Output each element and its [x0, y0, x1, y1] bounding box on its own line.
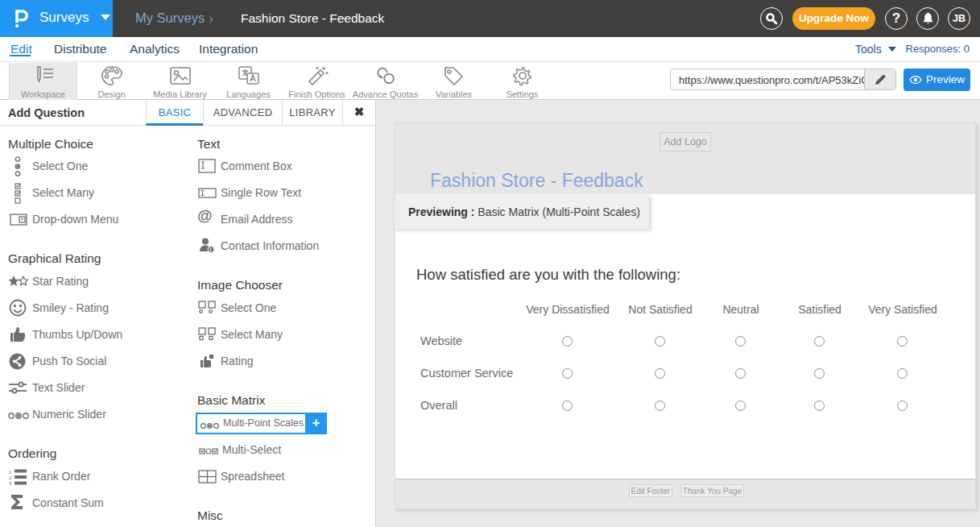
svg-text:2: 2 — [9, 475, 12, 480]
svg-text:1: 1 — [9, 470, 12, 475]
svg-text:i: i — [210, 247, 212, 252]
svg-text:3: 3 — [9, 481, 12, 485]
